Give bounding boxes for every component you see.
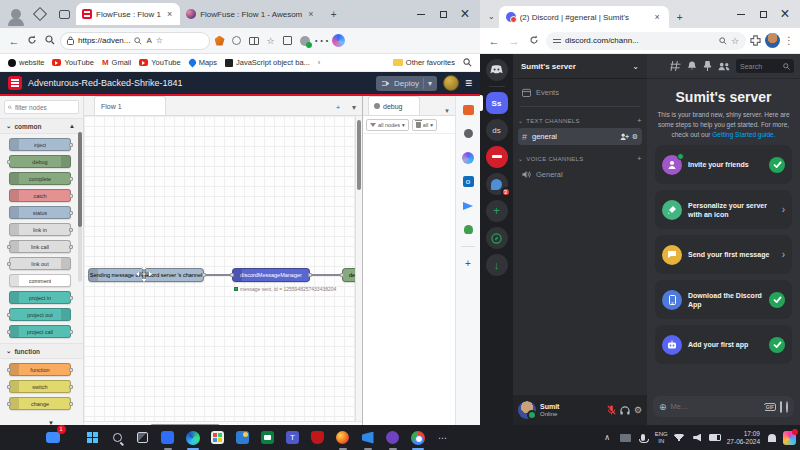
card-invite-friends[interactable]: Invite your friends	[655, 145, 792, 184]
favorite-youtube-2[interactable]: YouTube	[139, 58, 180, 67]
meet-icon[interactable]	[259, 429, 277, 447]
chrome-tab-discord[interactable]: (2) Discord | #general | Sumit's ×	[499, 6, 669, 28]
sticker-icon[interactable]	[780, 402, 782, 412]
add-flow-button[interactable]: +	[330, 99, 346, 115]
task-view-icon[interactable]	[134, 429, 152, 447]
deploy-button[interactable]: Deploy ▾	[376, 76, 437, 91]
chrome-taskbar-icon[interactable]	[409, 429, 427, 447]
chrome-profile-avatar[interactable]	[765, 33, 780, 48]
voice-channel-general[interactable]: General	[518, 166, 642, 183]
create-channel-icon[interactable]: +	[637, 154, 642, 163]
edge-tab-flowfuse[interactable]: FlowFuse : Flow 1 ×	[76, 3, 180, 25]
close-tab-icon[interactable]: ×	[652, 12, 661, 22]
invite-people-icon[interactable]	[620, 133, 629, 141]
pinned-messages-icon[interactable]	[703, 61, 712, 71]
palette-node-comment[interactable]: comment	[9, 274, 71, 287]
tray-expand-icon[interactable]: ∧	[601, 433, 614, 442]
favorite-youtube[interactable]: YouTube	[52, 58, 93, 67]
members-icon[interactable]	[718, 62, 730, 71]
extension-check-icon[interactable]	[297, 33, 312, 48]
palette-node-status[interactable]: status	[9, 206, 71, 219]
taskbar-search-icon[interactable]	[109, 429, 127, 447]
card-personalize-server[interactable]: Personalize your server with an icon ›	[655, 190, 792, 229]
favorites-icon[interactable]: ☆	[263, 33, 278, 48]
teams-icon[interactable]: T	[284, 429, 302, 447]
attach-plus-icon[interactable]: ⊕	[659, 402, 667, 412]
favorites-overflow-icon[interactable]: ›	[318, 58, 321, 67]
teams-chat-icon[interactable]: 1	[44, 429, 62, 447]
battery-icon[interactable]	[709, 434, 722, 441]
user-settings-icon[interactable]: ⚙	[634, 405, 642, 415]
vscode-icon[interactable]	[359, 429, 377, 447]
maximize-button[interactable]	[432, 4, 454, 24]
flow-list-icon[interactable]: ▾	[346, 99, 362, 115]
chrome-menu-icon[interactable]: ⋮	[784, 35, 794, 46]
bookmark-star-icon[interactable]: ☆	[731, 36, 739, 46]
weather-app-icon[interactable]	[234, 429, 252, 447]
sidebar-search-icon[interactable]	[463, 58, 472, 67]
language-indicator[interactable]: ENG IN	[655, 431, 668, 444]
server-with-mentions[interactable]: 3	[486, 173, 508, 195]
flow-node-discord-message-manager[interactable]: discordMessageManager	[232, 268, 310, 282]
favorite-maps[interactable]: Maps	[189, 58, 217, 67]
message-input[interactable]: ⊕ Me... GIF	[653, 396, 794, 417]
back-button[interactable]: ←	[486, 35, 502, 47]
flow-tab-1[interactable]: Flow 1	[94, 96, 166, 115]
maximize-button[interactable]	[752, 4, 774, 24]
new-tab-button[interactable]: +	[326, 6, 342, 22]
events-item[interactable]: Events	[518, 84, 642, 101]
refresh-button[interactable]	[526, 35, 542, 47]
store-icon[interactable]	[209, 429, 227, 447]
sidebar-menu-icon[interactable]: ▾	[439, 107, 455, 115]
github-desktop-icon[interactable]	[384, 429, 402, 447]
hamburger-menu-icon[interactable]: ≡	[465, 77, 472, 89]
start-button[interactable]	[84, 429, 102, 447]
palette-node-complete[interactable]: complete	[9, 172, 71, 185]
clock[interactable]: 17:09 27-06-2024	[727, 430, 760, 446]
close-window-button[interactable]: ×	[774, 4, 796, 24]
add-server-button[interactable]: +	[486, 200, 508, 222]
flowfuse-logo[interactable]	[8, 76, 22, 90]
palette-node-project-in[interactable]: project in	[9, 291, 71, 304]
user-avatar[interactable]	[443, 75, 459, 91]
zoom-icon[interactable]	[719, 37, 727, 45]
threads-icon[interactable]	[670, 61, 681, 71]
debug-clear-menu[interactable]: all▾	[412, 119, 437, 131]
copilot-sidebar-icon[interactable]	[461, 150, 476, 165]
emoji-icon[interactable]	[786, 402, 788, 412]
create-channel-icon[interactable]: +	[637, 116, 642, 125]
wifi-icon[interactable]	[673, 434, 686, 441]
palette-node-function[interactable]: function	[9, 363, 71, 376]
palette-node-debug[interactable]: debug	[9, 155, 71, 168]
back-button[interactable]: ←	[6, 35, 22, 47]
refresh-button[interactable]	[24, 35, 40, 47]
workspaces-icon[interactable]	[32, 6, 48, 22]
new-tab-button[interactable]: +	[677, 12, 683, 23]
more-options-icon[interactable]: ⋯	[314, 33, 329, 48]
palette-node-inject[interactable]: inject	[9, 138, 71, 151]
palette-category-common[interactable]: ⌄common ▲	[0, 118, 83, 134]
debug-tab[interactable]: debug	[368, 96, 420, 115]
notifications-bell-icon[interactable]	[687, 61, 697, 71]
address-bar[interactable]: discord.com/chann... ☆	[546, 32, 746, 50]
palette-node-link-call[interactable]: link call	[9, 240, 71, 253]
server-header[interactable]: Sumit's server ⌄	[513, 54, 647, 79]
search-icon[interactable]	[42, 35, 58, 47]
favorite-js[interactable]: JavaScript object ba...	[225, 58, 310, 67]
site-settings-icon[interactable]	[553, 39, 561, 43]
card-add-first-app[interactable]: Add your first app	[655, 325, 792, 364]
debug-filter-nodes[interactable]: all nodes▾	[366, 119, 409, 131]
channel-settings-icon[interactable]: ⚙	[632, 133, 638, 141]
browser-essentials-icon[interactable]	[461, 126, 476, 141]
read-aloud-icon[interactable]: A	[146, 36, 151, 45]
palette-node-catch[interactable]: catch	[9, 189, 71, 202]
workspace[interactable]: Sending message to discord server 's cha…	[84, 116, 355, 421]
history-icon[interactable]	[229, 33, 244, 48]
close-tab-icon[interactable]: ×	[306, 9, 315, 19]
gif-picker-icon[interactable]: GIF	[764, 403, 776, 411]
palette-node-project-call[interactable]: project call	[9, 325, 71, 338]
notification-bell-icon[interactable]	[765, 434, 778, 442]
user-avatar[interactable]	[518, 401, 536, 419]
favorite-website[interactable]: website	[8, 58, 44, 67]
games-icon[interactable]	[461, 222, 476, 237]
